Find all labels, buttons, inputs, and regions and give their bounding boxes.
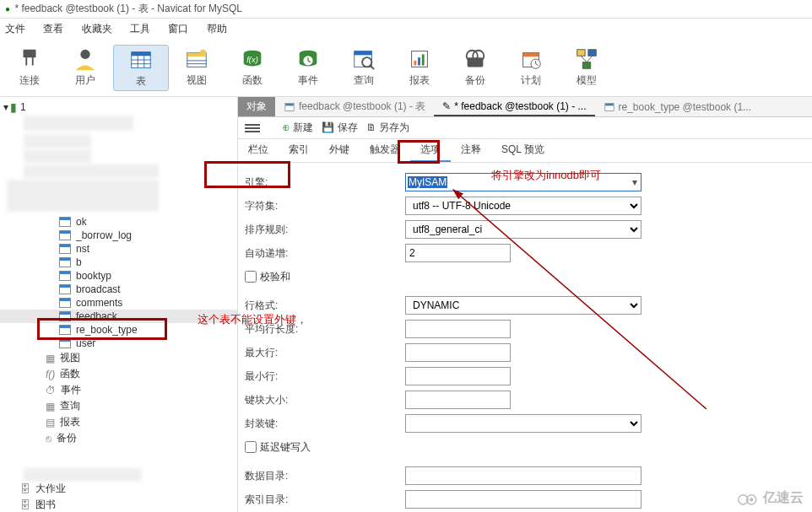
- keyblock-input[interactable]: [405, 391, 511, 409]
- designer-tab-fields[interactable]: 栏位: [238, 139, 279, 162]
- charset-select[interactable]: utf8 -- UTF-8 Unicode: [405, 197, 641, 215]
- annotation-box-engine-label: [204, 161, 290, 188]
- tree-section-query[interactable]: ▦查询: [0, 398, 237, 414]
- tree-db-item[interactable]: 🗄大作业: [0, 481, 237, 497]
- hamburger-icon[interactable]: [245, 122, 260, 134]
- view-icon: ▦: [46, 353, 55, 364]
- tree-table-item[interactable]: b: [0, 256, 237, 269]
- avgrowlen-input[interactable]: [405, 320, 511, 338]
- saveas-button[interactable]: 🗎 另存为: [366, 121, 409, 135]
- watermark: 亿速云: [736, 489, 804, 507]
- chevron-down-icon: ▾: [632, 176, 637, 188]
- options-form: 引擎: MyISAM ▾ 字符集: utf8 -- UTF-8 Unicode …: [238, 163, 812, 512]
- packkeys-select[interactable]: [405, 414, 641, 433]
- table-icon: [59, 244, 71, 254]
- table-icon: [59, 230, 71, 240]
- designer-tab-fk[interactable]: 外键: [319, 139, 360, 162]
- tool-model[interactable]: 模型: [559, 45, 614, 91]
- datadir-label: 数据目录:: [245, 469, 405, 483]
- database-icon: 🗄: [20, 483, 30, 495]
- table-icon: [284, 103, 294, 111]
- svg-rect-0: [24, 50, 36, 57]
- tree-section-view[interactable]: ▦视图: [0, 350, 237, 366]
- tree-table-item[interactable]: comments: [0, 296, 237, 310]
- tab-table-1[interactable]: feedback @testbook (1) - 表: [275, 97, 434, 116]
- annotation-box-feedback: [37, 318, 167, 340]
- menu-help[interactable]: 帮助: [207, 23, 227, 35]
- minrows-label: 最小行:: [245, 369, 405, 384]
- svg-rect-26: [414, 61, 416, 66]
- menubar: 文件 查看 收藏夹 工具 窗口 帮助: [0, 19, 812, 40]
- checksum-checkbox[interactable]: [245, 271, 257, 283]
- svg-point-3: [80, 50, 89, 59]
- new-button[interactable]: ⊕ 新建: [282, 121, 313, 135]
- svg-text:f(x): f(x): [246, 56, 258, 64]
- tool-event[interactable]: 事件: [280, 45, 336, 91]
- menu-file[interactable]: 文件: [5, 23, 25, 35]
- tool-report[interactable]: 报表: [392, 45, 447, 91]
- collapse-icon[interactable]: ▾: [3, 101, 8, 113]
- tree-db-item[interactable]: 🗄图书: [0, 497, 237, 512]
- datadir-input[interactable]: [405, 466, 641, 485]
- tool-user[interactable]: 用户: [57, 45, 113, 91]
- window-titlebar: ● * feedback @testbook (1) - 表 - Navicat…: [0, 0, 812, 19]
- designer-tab-indexes[interactable]: 索引: [279, 139, 319, 162]
- table-icon: [59, 257, 71, 267]
- menu-tools[interactable]: 工具: [130, 23, 150, 35]
- tree-table-item[interactable]: ok: [0, 215, 237, 229]
- tree-section-func[interactable]: f()函数: [0, 366, 237, 382]
- save-button[interactable]: 💾 保存: [322, 121, 357, 135]
- charset-label: 字符集:: [245, 199, 405, 213]
- tree-table-item[interactable]: booktyp: [0, 269, 237, 283]
- tool-query[interactable]: 查询: [336, 45, 392, 91]
- maxrows-input[interactable]: [405, 343, 511, 362]
- engine-select[interactable]: MyISAM ▾: [405, 173, 641, 191]
- collation-select[interactable]: utf8_general_ci: [405, 220, 641, 239]
- tab-table-2-active[interactable]: ✎* feedback @testbook (1) - ...: [434, 98, 594, 116]
- packkeys-label: 封装键:: [245, 417, 405, 431]
- database-icon: 🗄: [20, 499, 30, 511]
- autoinc-input[interactable]: [405, 244, 511, 262]
- menu-favorites[interactable]: 收藏夹: [82, 23, 112, 35]
- table-icon: [59, 217, 71, 227]
- menu-view[interactable]: 查看: [43, 23, 63, 35]
- designer-tab-comment[interactable]: 注释: [451, 139, 491, 162]
- table-icon: [59, 271, 71, 281]
- table-icon: [59, 284, 71, 294]
- keyblock-label: 键块大小:: [245, 393, 405, 407]
- tool-function[interactable]: f(x) 函数: [225, 45, 280, 91]
- tree-section-report[interactable]: ▤报表: [0, 414, 237, 430]
- tree-connection-label[interactable]: 1: [20, 101, 26, 113]
- autoinc-label: 自动递增:: [245, 246, 405, 261]
- tool-schedule[interactable]: 计划: [503, 45, 559, 91]
- minrows-input[interactable]: [405, 367, 511, 385]
- main-toolbar: 连接 用户 表 视图 f(x) 函数 事件 查询 报表 备份 计划 模型: [0, 40, 812, 97]
- tree-section-event[interactable]: ⏱事件: [0, 382, 237, 398]
- tool-view[interactable]: 视图: [169, 45, 225, 91]
- designer-tab-sqlpreview[interactable]: SQL 预览: [491, 139, 555, 162]
- svg-rect-28: [422, 54, 425, 65]
- svg-rect-27: [418, 57, 420, 65]
- object-tree[interactable]: ▾ ▮ 1 ok _borrow_log nst b booktyp broad…: [0, 97, 238, 512]
- designer-tabs: 栏位 索引 外键 触发器 选项 注释 SQL 预览: [238, 139, 812, 163]
- table-icon: [59, 298, 71, 308]
- rowformat-select[interactable]: DYNAMIC: [405, 296, 641, 315]
- indexdir-input[interactable]: [405, 490, 641, 509]
- tool-backup[interactable]: 备份: [447, 45, 503, 91]
- tree-table-item[interactable]: _borrow_log: [0, 229, 237, 242]
- delaywrite-checkbox[interactable]: [245, 441, 257, 453]
- menu-window[interactable]: 窗口: [168, 23, 188, 35]
- tree-table-item[interactable]: broadcast: [0, 283, 237, 296]
- tree-section-backup[interactable]: ⎋备份: [0, 430, 237, 446]
- designer-toolbar: ⊕ 新建 💾 保存 🗎 另存为: [238, 117, 812, 139]
- tab-objects[interactable]: 对象: [238, 97, 275, 116]
- pencil-icon: ✎: [442, 100, 451, 112]
- svg-point-45: [750, 498, 753, 501]
- tree-table-item[interactable]: nst: [0, 242, 237, 256]
- tool-connect[interactable]: 连接: [2, 45, 57, 91]
- tab-table-3[interactable]: re_book_type @testbook (1...: [595, 99, 761, 116]
- collation-label: 排序规则:: [245, 223, 405, 237]
- svg-point-14: [200, 50, 207, 57]
- tool-table[interactable]: 表: [113, 45, 169, 91]
- maxrows-label: 最大行:: [245, 346, 405, 360]
